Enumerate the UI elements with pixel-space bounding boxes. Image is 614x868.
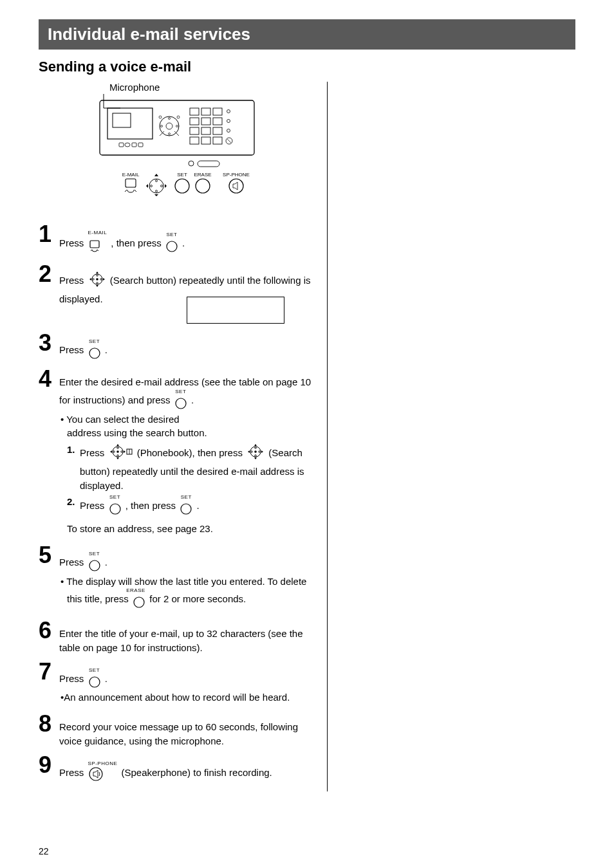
svg-rect-43: [201, 127, 210, 134]
step-number: 9: [39, 753, 57, 777]
svg-rect-25: [138, 143, 143, 147]
svg-rect-38: [213, 108, 222, 115]
step-text: Press: [59, 766, 87, 777]
svg-point-33: [177, 116, 180, 118]
svg-point-58: [156, 180, 158, 182]
svg-rect-45: [190, 137, 199, 144]
step-text: .: [196, 500, 199, 511]
device-label-set: SET: [177, 172, 187, 178]
device-illustration: E-MAIL SET: [39, 94, 315, 212]
substep-1: 1. Press (Phonebook), then press (Search…: [67, 443, 315, 492]
step-7: 7 Press SET . An announcement about how …: [39, 661, 315, 708]
set-button-icon: SET: [88, 339, 101, 362]
section-subtitle: Sending a voice e-mail: [39, 59, 575, 75]
step-number: 1: [39, 223, 57, 246]
svg-rect-47: [213, 137, 222, 144]
device-label-spphone: SP-PHONE: [223, 172, 250, 178]
device-label-email: E-MAIL: [122, 172, 140, 178]
step-text: Press: [59, 237, 87, 248]
svg-point-57: [149, 179, 163, 193]
set-button-icon: SET: [180, 495, 192, 518]
svg-point-30: [161, 125, 163, 127]
email-button-icon: E-MAIL: [88, 230, 107, 257]
step-number: 4: [39, 367, 57, 391]
step-number: 8: [39, 712, 57, 735]
step-text: An announcement about how to record will…: [59, 690, 290, 705]
svg-rect-39: [190, 118, 199, 125]
step-8: 8 Record your voice message up to 60 sec…: [39, 714, 315, 748]
microphone-label: Microphone: [109, 82, 315, 93]
step-text: , then press: [126, 500, 179, 511]
step-number: 2: [39, 263, 57, 286]
device-label-erase: ERASE: [194, 172, 211, 178]
step-text: address using the search button.: [67, 427, 207, 438]
page-number: 22: [39, 846, 49, 856]
svg-rect-36: [190, 108, 199, 115]
svg-rect-37: [201, 108, 210, 115]
svg-rect-21: [113, 113, 131, 127]
step-text: , then press: [111, 237, 164, 248]
svg-rect-41: [213, 118, 222, 125]
step-text: To store an address, see page 23.: [67, 522, 315, 536]
svg-rect-24: [132, 143, 136, 147]
svg-point-50: [227, 129, 230, 133]
step-text: .: [105, 557, 107, 568]
svg-rect-20: [107, 108, 153, 139]
svg-point-60: [151, 185, 153, 187]
step-text: Press: [80, 500, 107, 511]
step-3: 3 Press SET .: [39, 333, 315, 362]
set-button-icon: SET: [109, 495, 122, 518]
svg-point-48: [227, 110, 230, 113]
svg-point-28: [169, 118, 171, 120]
section-title: Individual e-mail services: [39, 19, 575, 50]
svg-rect-40: [201, 118, 210, 125]
step-number: 5: [39, 544, 57, 567]
set-button-icon: SET: [88, 551, 101, 575]
step-text: .: [105, 344, 107, 355]
svg-point-54: [189, 161, 194, 166]
search-nav-icon: [247, 443, 265, 465]
step-text: Record your voice message up to 60 secon…: [59, 721, 298, 746]
svg-point-23: [125, 143, 130, 147]
step-6: 6 Enter the title of your e-mail, up to …: [39, 620, 315, 655]
svg-point-31: [176, 125, 178, 127]
svg-point-63: [196, 179, 210, 193]
step-9: 9 Press SP-PHONE (Speakerphone) to finis…: [39, 755, 315, 786]
spphone-button-icon: SP-PHONE: [88, 761, 118, 786]
step-text: Press: [80, 447, 107, 458]
erase-button-icon: ERASE: [133, 588, 145, 611]
svg-rect-55: [198, 161, 219, 167]
svg-rect-56: [126, 179, 136, 187]
search-nav-icon: [88, 270, 106, 292]
step-5: 5 Press SET . The display will show the …: [39, 545, 315, 614]
svg-rect-22: [119, 143, 124, 147]
svg-point-61: [161, 185, 163, 187]
step-number: 7: [39, 660, 57, 683]
step-2: 2 Press (Search button) repeatedly until…: [39, 264, 315, 306]
svg-point-29: [169, 133, 171, 135]
step-text: (Phonebook), then press: [137, 447, 245, 458]
set-button-icon: SET: [165, 232, 178, 255]
step-text: for 2 or more seconds.: [149, 593, 246, 604]
step-4: 4 Enter the desired e-mail address (see …: [39, 369, 315, 539]
step-text: .: [105, 672, 107, 683]
svg-point-27: [166, 123, 172, 129]
svg-line-52: [227, 139, 231, 143]
step-text: (Speakerphone) to finish recording.: [121, 766, 272, 777]
step-text: Press: [59, 557, 87, 568]
svg-rect-46: [201, 137, 210, 144]
step-text: You can select the desired: [66, 414, 179, 425]
step-text: Enter the title of your e-mail, up to 32…: [59, 628, 303, 653]
phonebook-nav-icon: [109, 443, 133, 465]
step-number: 3: [39, 331, 57, 355]
svg-point-59: [156, 190, 158, 192]
svg-rect-44: [213, 127, 222, 134]
step-text: Press: [59, 344, 87, 355]
step-text: Press: [59, 275, 87, 286]
substep-2: 2. Press SET , then press SET: [67, 495, 315, 518]
step-1: 1 Press E-MAIL , then press SET .: [39, 224, 315, 257]
set-button-icon: SET: [88, 668, 101, 691]
svg-point-32: [159, 116, 162, 118]
svg-point-64: [229, 179, 243, 193]
svg-point-49: [227, 120, 230, 123]
